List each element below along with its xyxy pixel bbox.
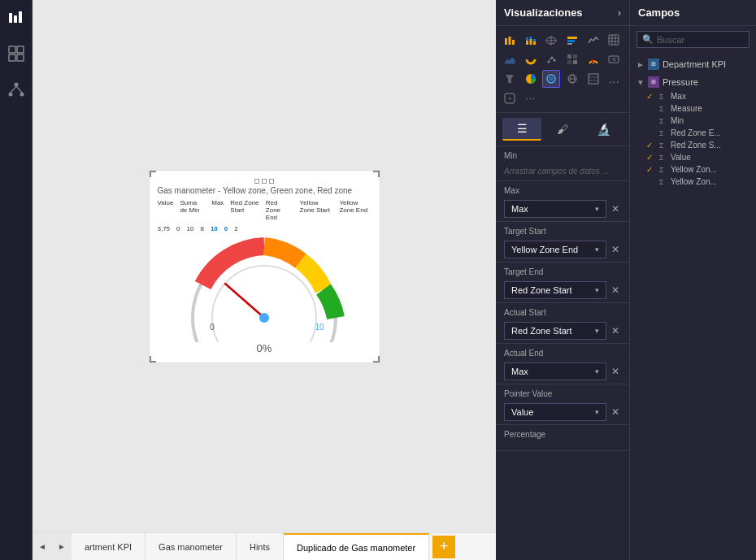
target-end-box[interactable]: Red Zone Start ▾ — [504, 281, 606, 299]
tree-item-value[interactable]: ✓ Σ Value — [630, 151, 756, 163]
actual-end-remove[interactable]: ✕ — [610, 366, 621, 377]
format-viz-tab[interactable]: 🖌 — [543, 118, 582, 141]
data-icon[interactable] — [7, 44, 26, 63]
viz-panel-chevron[interactable]: › — [618, 7, 621, 19]
gauge-percent: 0% — [257, 342, 272, 354]
card-viz-icon[interactable]: 42 — [605, 50, 623, 68]
column-chart-viz-icon[interactable] — [563, 31, 581, 49]
tree-item-red-zone-end[interactable]: ✓ Σ Red Zone E... — [630, 127, 756, 139]
tree-item-yellow-zone-2[interactable]: ✓ Σ Yellow Zon... — [630, 176, 756, 188]
svg-rect-45 — [567, 54, 571, 59]
min-drop-zone[interactable]: Arrastrar campos de datos ... — [496, 162, 629, 180]
actual-end-box[interactable]: Max ▾ — [504, 362, 606, 380]
fields-viz-tab[interactable]: ☰ — [502, 118, 541, 141]
report-icon[interactable] — [7, 8, 26, 28]
pointer-value-box[interactable]: Value ▾ — [504, 403, 606, 421]
actual-start-remove[interactable]: ✕ — [610, 325, 621, 336]
svg-rect-4 — [17, 46, 24, 53]
target-end-remove[interactable]: ✕ — [610, 284, 621, 296]
pie-viz-icon[interactable] — [522, 70, 540, 88]
max-field-remove[interactable]: ✕ — [610, 203, 621, 215]
max-field-group: Max Max ▾ ✕ — [496, 181, 629, 222]
tree-item-min[interactable]: ✓ Σ Min — [630, 115, 756, 127]
max-field-chevron[interactable]: ▾ — [595, 205, 599, 213]
tab-next-btn[interactable]: ► — [52, 533, 72, 561]
donut-viz-icon[interactable] — [522, 50, 540, 68]
dots-viz-icon[interactable]: ··· — [522, 89, 540, 107]
funnel-viz-icon[interactable] — [501, 70, 519, 88]
visual-title: Gas manometer - Yellow zone, Green zone,… — [158, 186, 371, 195]
visual-card[interactable]: Gas manometer - Yellow zone, Green zone,… — [149, 170, 380, 363]
sigma-icon-yellow-zone-1: Σ — [659, 166, 667, 174]
tree-item-yellow-zone-1-label: Yellow Zon... — [671, 165, 749, 174]
percentage-drop-zone[interactable] — [496, 441, 629, 450]
tab-gas-manometer[interactable]: Gas manometer — [146, 533, 237, 561]
table-viz-icon[interactable] — [605, 31, 623, 49]
gauge-viz-icon[interactable] — [584, 50, 602, 68]
matrix2-viz-icon[interactable] — [584, 70, 602, 88]
svg-rect-47 — [567, 60, 571, 64]
scatter-viz-icon[interactable] — [542, 50, 560, 68]
custom-visual-icon[interactable]: + — [501, 89, 519, 107]
tab-prev-btn[interactable]: ◄ — [33, 533, 52, 561]
table-icon-pressure: ⊞ — [648, 76, 659, 88]
target-start-field-group: Target Start Yellow Zone End ▾ ✕ — [496, 222, 629, 263]
svg-text:R: R — [550, 76, 554, 82]
tree-group-pressure: ▼ ⊞ Pressure ✓ Σ Max ✓ Σ Measure — [630, 74, 756, 188]
target-start-remove[interactable]: ✕ — [610, 244, 621, 255]
analytics-viz-tab[interactable]: 🔬 — [584, 118, 623, 141]
tree-item-yellow-zone-1[interactable]: ✓ Σ Yellow Zon... — [630, 163, 756, 176]
max-field-box[interactable]: Max ▾ — [504, 200, 606, 218]
campos-header: Campos — [630, 0, 756, 26]
svg-point-43 — [554, 59, 556, 62]
actual-start-box[interactable]: Red Zone Start ▾ — [504, 322, 606, 340]
target-end-chevron[interactable]: ▾ — [595, 286, 599, 294]
svg-rect-2 — [19, 11, 22, 23]
actual-start-chevron[interactable]: ▾ — [595, 327, 599, 335]
tab-duplicado[interactable]: Duplicado de Gas manometer — [284, 533, 429, 561]
campos-search-input[interactable] — [657, 35, 756, 45]
pointer-value-label: Pointer Value — [496, 384, 629, 400]
tab-hints[interactable]: Hints — [237, 533, 284, 561]
target-start-text: Yellow Zone End — [511, 245, 578, 254]
tree-item-measure[interactable]: ✓ Σ Measure — [630, 102, 756, 115]
bar-chart-viz-icon[interactable] — [501, 31, 519, 49]
more-viz-icon[interactable]: … — [605, 70, 623, 88]
check-icon-max: ✓ — [646, 92, 656, 101]
tree-item-measure-label: Measure — [671, 104, 749, 113]
svg-text:42: 42 — [612, 57, 617, 62]
svg-rect-5 — [9, 54, 15, 61]
globe-viz-icon[interactable] — [563, 70, 581, 88]
line-chart-viz-icon[interactable] — [584, 31, 602, 49]
svg-rect-46 — [573, 54, 577, 59]
map-viz-icon[interactable] — [542, 31, 560, 49]
svg-line-10 — [11, 86, 16, 93]
svg-rect-6 — [17, 54, 24, 61]
pointer-value-chevron[interactable]: ▾ — [595, 408, 599, 416]
pointer-value-text: Value — [511, 407, 533, 417]
custom-viz-icon[interactable]: R — [542, 70, 560, 88]
actual-end-chevron[interactable]: ▾ — [595, 367, 599, 376]
add-tab-button[interactable]: + — [432, 536, 455, 558]
svg-point-42 — [551, 57, 554, 59]
model-icon[interactable] — [7, 80, 26, 99]
target-start-chevron[interactable]: ▾ — [595, 245, 599, 254]
target-end-text: Red Zone Start — [511, 285, 572, 295]
check-icon-red-zone-start: ✓ — [646, 141, 656, 150]
stacked-bar-viz-icon[interactable] — [522, 31, 540, 49]
target-end-value: Red Zone Start ▾ ✕ — [496, 278, 629, 302]
tree-group-department-kpi-header[interactable]: ► ⊞ Department KPI — [630, 56, 756, 72]
tree-group-pressure-header[interactable]: ▼ ⊞ Pressure — [630, 74, 756, 90]
min-field-label: Min — [496, 146, 629, 162]
left-sidebar — [0, 0, 33, 560]
area-chart-viz-icon[interactable] — [501, 50, 519, 68]
pointer-value-remove[interactable]: ✕ — [610, 406, 621, 418]
target-start-box[interactable]: Yellow Zone End ▾ — [504, 241, 606, 258]
tab-artment-kpi[interactable]: artment KPI — [72, 533, 146, 561]
tree-item-max[interactable]: ✓ Σ Max — [630, 90, 756, 102]
tree-item-red-zone-start[interactable]: ✓ Σ Red Zone S... — [630, 139, 756, 151]
check-icon-yellow-zone-1: ✓ — [646, 165, 656, 174]
svg-point-50 — [593, 63, 594, 64]
actual-end-text: Max — [511, 367, 528, 376]
matrix-viz-icon[interactable] — [563, 50, 581, 68]
